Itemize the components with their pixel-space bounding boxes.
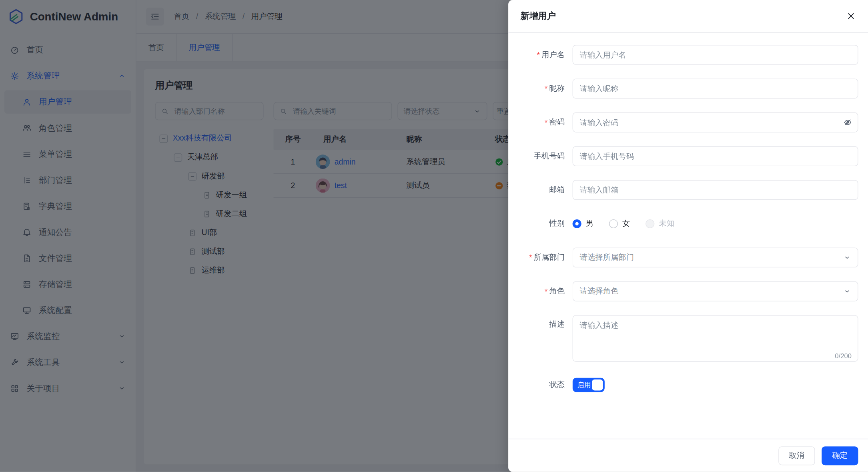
field-label: 用户名 bbox=[541, 50, 565, 60]
required-asterisk: * bbox=[529, 253, 532, 262]
radio-female[interactable]: 女 bbox=[609, 219, 630, 229]
select-placeholder: 请选择角色 bbox=[580, 286, 619, 296]
required-asterisk: * bbox=[545, 118, 548, 127]
drawer-title: 新增用户 bbox=[521, 10, 556, 22]
field-label: 所属部门 bbox=[534, 253, 565, 263]
switch-knob bbox=[592, 380, 603, 391]
radio-label: 女 bbox=[622, 219, 630, 229]
form-row-username: *用户名 bbox=[515, 45, 858, 65]
cancel-button[interactable]: 取消 bbox=[778, 446, 815, 465]
drawer-form: *用户名 *昵称 *密码 手机号码 邮箱 bbox=[508, 33, 868, 439]
nickname-input[interactable] bbox=[573, 78, 858, 98]
phone-input[interactable] bbox=[573, 146, 858, 166]
required-asterisk: * bbox=[545, 84, 548, 93]
confirm-button[interactable]: 确定 bbox=[822, 446, 858, 465]
field-label: 角色 bbox=[549, 286, 565, 296]
dept-select[interactable]: 请选择所属部门 bbox=[573, 247, 858, 267]
radio-label: 男 bbox=[586, 219, 593, 229]
radio-dot bbox=[609, 219, 618, 228]
form-row-nickname: *昵称 bbox=[515, 78, 858, 98]
form-row-gender: 性别 男 女 未知 bbox=[515, 214, 858, 234]
radio-male[interactable]: 男 bbox=[573, 219, 594, 229]
chevron-down-icon bbox=[843, 254, 851, 261]
form-row-role: *角色 请选择角色 bbox=[515, 281, 858, 301]
switch-label: 启用 bbox=[577, 380, 591, 390]
required-asterisk: * bbox=[537, 50, 540, 59]
confirm-button-label: 确定 bbox=[832, 451, 848, 461]
form-row-status: 状态 启用 bbox=[515, 378, 858, 392]
form-row-description: 描述 0/200 bbox=[515, 315, 858, 364]
field-label: 性别 bbox=[549, 219, 565, 229]
field-label: 描述 bbox=[549, 319, 565, 329]
username-input[interactable] bbox=[573, 45, 858, 65]
eye-invisible-icon[interactable] bbox=[843, 118, 852, 127]
field-label: 密码 bbox=[549, 117, 565, 127]
email-input[interactable] bbox=[573, 180, 858, 200]
cancel-button-label: 取消 bbox=[789, 451, 805, 461]
password-input[interactable] bbox=[573, 112, 858, 133]
field-label: 邮箱 bbox=[549, 185, 565, 195]
field-label: 手机号码 bbox=[534, 151, 565, 161]
chevron-down-icon bbox=[843, 287, 851, 295]
role-select[interactable]: 请选择角色 bbox=[573, 281, 858, 301]
form-row-phone: 手机号码 bbox=[515, 146, 858, 166]
form-row-dept: *所属部门 请选择所属部门 bbox=[515, 247, 858, 267]
status-toggle[interactable]: 启用 bbox=[573, 378, 605, 392]
radio-dot bbox=[573, 219, 581, 228]
radio-unknown: 未知 bbox=[645, 219, 674, 229]
field-label: 昵称 bbox=[549, 84, 565, 94]
form-row-email: 邮箱 bbox=[515, 180, 858, 200]
app-root: ContiNew Admin 首页 系统管理 用户管理 角色管理 bbox=[0, 0, 868, 472]
add-user-drawer: 新增用户 *用户名 *昵称 *密码 手机号码 bbox=[508, 0, 868, 472]
form-row-password: *密码 bbox=[515, 112, 858, 133]
gender-radio-group: 男 女 未知 bbox=[573, 214, 858, 234]
field-label: 状态 bbox=[549, 380, 565, 390]
description-textarea[interactable] bbox=[573, 315, 858, 362]
char-counter: 0/200 bbox=[835, 352, 852, 360]
close-icon[interactable] bbox=[846, 11, 856, 21]
required-asterisk: * bbox=[545, 287, 548, 296]
drawer-footer: 取消 确定 bbox=[508, 439, 868, 472]
select-placeholder: 请选择所属部门 bbox=[580, 253, 634, 263]
radio-dot bbox=[645, 219, 654, 228]
radio-label: 未知 bbox=[659, 219, 674, 229]
drawer-header: 新增用户 bbox=[508, 0, 868, 33]
